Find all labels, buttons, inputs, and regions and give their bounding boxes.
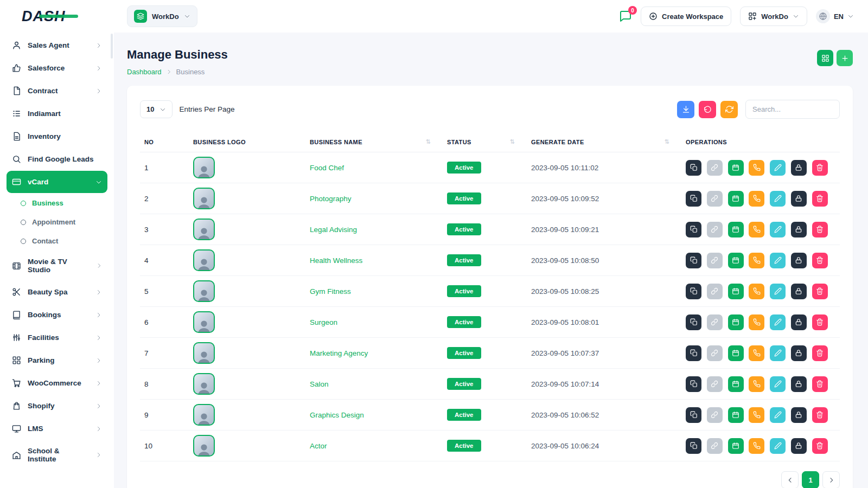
edit-button[interactable] bbox=[770, 191, 786, 207]
edit-button[interactable] bbox=[770, 376, 786, 392]
sidebar-item-sales-agent[interactable]: Sales Agent bbox=[7, 34, 107, 56]
phone-button[interactable] bbox=[749, 438, 764, 454]
sidebar-item-movie-tv-studio[interactable]: Movie & TV Studio bbox=[7, 251, 107, 280]
sidebar-subitem-business[interactable]: Business bbox=[5, 194, 108, 213]
delete-button[interactable] bbox=[812, 253, 828, 268]
delete-button[interactable] bbox=[812, 314, 828, 330]
delete-button[interactable] bbox=[812, 345, 828, 361]
business-name-link[interactable]: Actor bbox=[310, 442, 327, 450]
sort-icon[interactable]: ⇅ bbox=[509, 138, 515, 145]
lock-button[interactable] bbox=[791, 284, 807, 299]
copy-button[interactable] bbox=[686, 191, 701, 207]
business-name-link[interactable]: Salon bbox=[310, 380, 329, 388]
sidebar-item-contract[interactable]: Contract bbox=[7, 80, 107, 102]
entries-per-page-select[interactable]: 10 bbox=[140, 100, 173, 118]
sidebar-item-woocommerce[interactable]: WooCommerce bbox=[7, 372, 107, 394]
delete-button[interactable] bbox=[812, 407, 828, 423]
delete-button[interactable] bbox=[812, 284, 828, 299]
phone-button[interactable] bbox=[749, 376, 764, 392]
create-workspace-button[interactable]: Create Workspace bbox=[641, 7, 731, 26]
link-button[interactable] bbox=[707, 222, 723, 237]
phone-button[interactable] bbox=[749, 284, 764, 299]
copy-button[interactable] bbox=[686, 407, 701, 423]
calendar-button[interactable] bbox=[728, 407, 744, 423]
workspace-switcher[interactable]: WorkDo bbox=[127, 5, 197, 27]
edit-button[interactable] bbox=[770, 314, 786, 330]
edit-button[interactable] bbox=[770, 407, 786, 423]
lock-button[interactable] bbox=[791, 438, 807, 454]
calendar-button[interactable] bbox=[728, 222, 744, 237]
lock-button[interactable] bbox=[791, 191, 807, 207]
sidebar-item-salesforce[interactable]: Salesforce bbox=[7, 57, 107, 79]
sidebar-item-lms[interactable]: LMS bbox=[7, 418, 107, 440]
lock-button[interactable] bbox=[791, 345, 807, 361]
calendar-button[interactable] bbox=[728, 253, 744, 268]
link-button[interactable] bbox=[707, 314, 723, 330]
copy-button[interactable] bbox=[686, 222, 701, 237]
link-button[interactable] bbox=[707, 191, 723, 207]
link-button[interactable] bbox=[707, 345, 723, 361]
prev-page-button[interactable] bbox=[781, 471, 799, 488]
sidebar-item-find-google-leads[interactable]: Find Google Leads bbox=[7, 148, 107, 170]
copy-button[interactable] bbox=[686, 314, 701, 330]
business-name-link[interactable]: Surgeon bbox=[310, 318, 337, 326]
sidebar-item-facilities[interactable]: Facilities bbox=[7, 326, 107, 349]
search-input[interactable] bbox=[745, 100, 840, 119]
link-button[interactable] bbox=[707, 376, 723, 392]
business-name-link[interactable]: Legal Advising bbox=[310, 226, 357, 234]
phone-button[interactable] bbox=[749, 314, 764, 330]
sidebar-item-beauty-spa[interactable]: Beauty Spa bbox=[7, 281, 107, 303]
copy-button[interactable] bbox=[686, 345, 701, 361]
refresh-button[interactable] bbox=[720, 101, 738, 118]
link-button[interactable] bbox=[707, 253, 723, 268]
phone-button[interactable] bbox=[749, 253, 764, 268]
phone-button[interactable] bbox=[749, 160, 764, 176]
phone-button[interactable] bbox=[749, 222, 764, 237]
copy-button[interactable] bbox=[686, 253, 701, 268]
delete-button[interactable] bbox=[812, 376, 828, 392]
sidebar-item-parking[interactable]: Parking bbox=[7, 349, 107, 371]
sidebar-item-inventory[interactable]: Inventory bbox=[7, 125, 107, 147]
business-name-link[interactable]: Graphics Design bbox=[310, 411, 364, 419]
link-button[interactable] bbox=[707, 160, 723, 176]
messages-button[interactable]: 0 bbox=[619, 10, 632, 23]
calendar-button[interactable] bbox=[728, 160, 744, 176]
sort-icon[interactable]: ⇅ bbox=[425, 138, 431, 145]
app-logo[interactable]: DASH bbox=[0, 0, 114, 33]
business-name-link[interactable]: Gym Fitness bbox=[310, 287, 351, 296]
edit-button[interactable] bbox=[770, 222, 786, 237]
sidebar-item-bookings[interactable]: Bookings bbox=[7, 304, 107, 326]
workspace-dropdown[interactable]: WorkDo bbox=[740, 7, 807, 26]
edit-button[interactable] bbox=[770, 284, 786, 299]
sidebar-item-indiamart[interactable]: Indiamart bbox=[7, 102, 107, 125]
link-button[interactable] bbox=[707, 438, 723, 454]
delete-button[interactable] bbox=[812, 160, 828, 176]
copy-button[interactable] bbox=[686, 438, 701, 454]
lock-button[interactable] bbox=[791, 222, 807, 237]
calendar-button[interactable] bbox=[728, 438, 744, 454]
language-selector[interactable]: EN bbox=[816, 9, 854, 23]
delete-button[interactable] bbox=[812, 222, 828, 237]
phone-button[interactable] bbox=[749, 407, 764, 423]
link-button[interactable] bbox=[707, 284, 723, 299]
export-button[interactable] bbox=[677, 101, 694, 118]
calendar-button[interactable] bbox=[728, 284, 744, 299]
delete-button[interactable] bbox=[812, 191, 828, 207]
sidebar-item-vcard[interactable]: vCard bbox=[7, 171, 107, 193]
breadcrumb-dashboard-link[interactable]: Dashboard bbox=[127, 68, 162, 76]
edit-button[interactable] bbox=[770, 160, 786, 176]
business-name-link[interactable]: Health Wellness bbox=[310, 256, 362, 265]
add-business-button[interactable] bbox=[837, 50, 853, 66]
sidebar-item-school-institute[interactable]: School & Institute bbox=[7, 440, 107, 470]
calendar-button[interactable] bbox=[728, 314, 744, 330]
business-name-link[interactable]: Photography bbox=[310, 195, 352, 203]
lock-button[interactable] bbox=[791, 314, 807, 330]
calendar-button[interactable] bbox=[728, 191, 744, 207]
copy-button[interactable] bbox=[686, 284, 701, 299]
edit-button[interactable] bbox=[770, 345, 786, 361]
grid-view-button[interactable] bbox=[817, 50, 833, 66]
delete-button[interactable] bbox=[812, 438, 828, 454]
edit-button[interactable] bbox=[770, 438, 786, 454]
sidebar-subitem-appointment[interactable]: Appointment bbox=[5, 213, 108, 232]
phone-button[interactable] bbox=[749, 345, 764, 361]
